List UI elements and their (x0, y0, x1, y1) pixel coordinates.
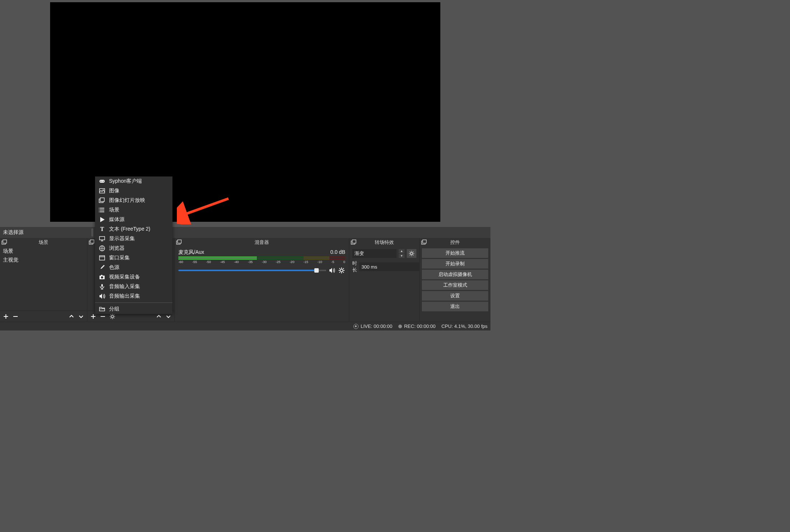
transitions-title: 转场特效 (375, 239, 394, 246)
add-source-context-menu[interactable]: Syphon客户端图像图像幻灯片放映场景媒体源T文本 (FreeType 2)显… (95, 176, 172, 314)
status-rec: REC: 00:00:00 (398, 323, 436, 329)
svg-rect-13 (99, 180, 105, 183)
add-scene-button[interactable] (1, 312, 10, 321)
text-icon: T (99, 226, 105, 232)
volume-thumb[interactable] (314, 268, 319, 273)
speaker-icon[interactable] (328, 267, 336, 274)
scene-up-button[interactable] (67, 312, 76, 321)
start-streaming-button[interactable]: 开始推流 (422, 248, 488, 258)
menu-item-play[interactable]: 媒体源 (95, 215, 172, 224)
mixer-track: 麦克风/Aux 0.0 dB -60-55-50-45-40-35-30-25-… (175, 247, 349, 274)
menu-item-mic[interactable]: 音频输入采集 (95, 282, 172, 291)
duration-input[interactable] (359, 262, 426, 271)
menu-item-label: 色源 (109, 264, 119, 271)
menu-item-label: 图像 (109, 188, 119, 194)
image-icon (99, 188, 105, 194)
menu-item-speaker[interactable]: 音频输出采集 (95, 291, 172, 301)
svg-rect-12 (423, 240, 426, 243)
scenes-dock: 场景 场景 主视觉 (0, 238, 87, 322)
docks-container: 场景 场景 主视觉 来源 (0, 238, 490, 322)
menu-item-label: 显示器采集 (109, 235, 135, 242)
controls-header[interactable]: 控件 (420, 238, 490, 247)
transition-select[interactable]: 渐变 (352, 249, 396, 258)
mixer-header[interactable]: 混音器 (175, 238, 349, 247)
list-icon (99, 207, 105, 213)
display-icon (99, 235, 105, 242)
svg-rect-23 (99, 237, 105, 240)
volume-slider[interactable] (178, 270, 326, 271)
menu-item-label: 文本 (FreeType 2) (109, 226, 150, 232)
menu-item-folder[interactable]: 分组 (95, 304, 172, 314)
menu-item-label: 图像幻灯片放映 (109, 197, 145, 204)
menu-item-image[interactable]: 图像 (95, 186, 172, 196)
scene-list-item[interactable]: 场景 (0, 247, 87, 256)
svg-point-10 (410, 252, 413, 255)
mixer-title: 混音器 (255, 239, 269, 246)
menu-item-globe[interactable]: 浏览器 (95, 244, 172, 253)
exit-button[interactable]: 退出 (422, 302, 488, 311)
status-live: LIVE: 00:00:00 (353, 323, 392, 329)
svg-point-7 (340, 269, 343, 272)
mixer-track-db: 0.0 dB (331, 249, 345, 256)
menu-item-label: 音频输出采集 (109, 293, 140, 300)
scene-list-item[interactable]: 主视觉 (0, 256, 87, 265)
mixer-dock: 混音器 麦克风/Aux 0.0 dB -60-55-50-45-40-35-30… (175, 238, 349, 322)
controls-title: 控件 (450, 239, 460, 246)
globe-icon (99, 245, 105, 252)
game-icon (99, 178, 105, 185)
mic-icon (99, 283, 105, 290)
start-virtualcam-button[interactable]: 启动虚拟摄像机 (422, 270, 488, 279)
menu-item-label: 视频采集设备 (109, 274, 140, 280)
svg-point-21 (99, 211, 99, 212)
scene-down-button[interactable] (77, 312, 85, 321)
gear-icon[interactable] (338, 267, 345, 274)
menu-item-display[interactable]: 显示器采集 (95, 234, 172, 244)
settings-button[interactable]: 设置 (422, 291, 488, 301)
status-cpu: CPU: 4.1%, 30.00 fps (441, 323, 487, 329)
svg-rect-3 (90, 240, 94, 243)
menu-item-label: 媒体源 (109, 216, 125, 223)
start-recording-button[interactable]: 开始录制 (422, 259, 488, 269)
menu-item-list[interactable]: 场景 (95, 205, 172, 215)
popout-icon[interactable] (176, 239, 182, 245)
svg-rect-18 (100, 198, 104, 202)
status-bar: LIVE: 00:00:00 REC: 00:00:00 CPU: 4.1%, … (0, 322, 490, 330)
svg-point-14 (101, 181, 101, 182)
svg-text:T: T (100, 226, 104, 232)
controls-dock: 控件 开始推流 开始录制 启动虚拟摄像机 工作室模式 设置 退出 (420, 238, 490, 322)
scenes-header[interactable]: 场景 (0, 238, 87, 247)
preview-region (0, 0, 490, 225)
splitter-handle[interactable] (91, 228, 93, 237)
no-source-bar: 未选择源 (0, 227, 490, 238)
studio-mode-button[interactable]: 工作室模式 (422, 280, 488, 290)
mixer-body: 麦克风/Aux 0.0 dB -60-55-50-45-40-35-30-25-… (175, 247, 349, 322)
transition-stepper[interactable]: ▲▼ (399, 249, 405, 258)
svg-rect-29 (101, 284, 103, 287)
scenes-title: 场景 (39, 239, 48, 246)
brush-icon (99, 264, 105, 271)
menu-item-camera[interactable]: 视频采集设备 (95, 272, 172, 282)
menu-item-window[interactable]: 窗口采集 (95, 253, 172, 263)
no-source-label: 未选择源 (3, 229, 24, 236)
play-icon (99, 216, 105, 223)
menu-item-slideshow[interactable]: 图像幻灯片放映 (95, 196, 172, 205)
popout-icon[interactable] (351, 239, 357, 245)
remove-scene-button[interactable] (11, 312, 20, 321)
slideshow-icon (99, 197, 105, 204)
menu-item-brush[interactable]: 色源 (95, 263, 172, 272)
speaker-icon (99, 293, 105, 300)
scenes-list[interactable]: 场景 主视觉 (0, 247, 87, 311)
menu-item-label: 场景 (109, 207, 119, 213)
menu-item-text[interactable]: T文本 (FreeType 2) (95, 224, 172, 234)
svg-rect-1 (3, 240, 7, 243)
duration-label: 时长 (352, 260, 357, 273)
scenes-toolbar (0, 311, 87, 322)
popout-icon[interactable] (89, 239, 95, 245)
popout-icon[interactable] (421, 239, 427, 245)
svg-rect-28 (101, 275, 102, 276)
transitions-header[interactable]: 转场特效 (349, 238, 419, 247)
camera-icon (99, 274, 105, 280)
popout-icon[interactable] (1, 239, 7, 245)
transition-settings-button[interactable] (407, 249, 416, 258)
menu-item-game[interactable]: Syphon客户端 (95, 176, 172, 186)
